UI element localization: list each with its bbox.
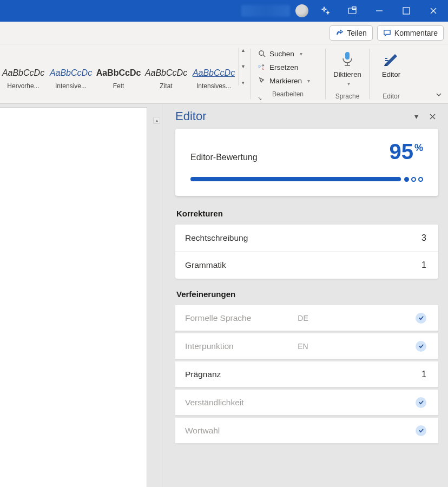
row-label: Grammatik bbox=[185, 260, 421, 270]
tab-strip: Teilen Kommentare bbox=[0, 22, 448, 44]
svg-text:b: b bbox=[259, 64, 261, 68]
edit-group: Suchen ▾ bc Ersetzen Markieren ▾ Bearbei… bbox=[253, 44, 323, 103]
pane-title: Editor bbox=[175, 109, 406, 123]
sparkle-icon[interactable] bbox=[313, 0, 338, 22]
style-item[interactable]: AaBbCcDcZitat bbox=[143, 48, 189, 103]
row-count: 1 bbox=[421, 260, 426, 270]
refinements-list: Formelle SpracheDEInterpunktionENPrägnan… bbox=[175, 305, 438, 444]
svg-rect-3 bbox=[403, 8, 410, 14]
row-label: Wortwahl bbox=[185, 426, 300, 436]
refinement-row[interactable]: Wortwahl bbox=[175, 418, 438, 444]
document-area: ▴ bbox=[0, 104, 162, 487]
pane-menu-icon[interactable]: ▾ bbox=[410, 110, 422, 122]
scroll-up-icon[interactable]: ▴ bbox=[153, 117, 160, 124]
editor-label: Editor bbox=[382, 70, 400, 78]
chevron-down-icon: ▾ bbox=[347, 81, 350, 87]
style-sample: AaBbCcDc bbox=[190, 65, 237, 81]
microphone-icon bbox=[340, 50, 354, 68]
refinement-row[interactable]: Formelle SpracheDE bbox=[175, 305, 438, 331]
check-icon bbox=[416, 425, 426, 436]
style-sample: AaBbCcDc bbox=[94, 65, 143, 81]
check-icon bbox=[416, 397, 426, 408]
svg-line-7 bbox=[263, 55, 265, 57]
share-button[interactable]: Teilen bbox=[330, 25, 373, 41]
style-label: Fett bbox=[113, 82, 124, 90]
row-tag: DE bbox=[298, 314, 308, 323]
dictate-group-label: Sprache bbox=[335, 93, 360, 103]
style-item[interactable]: AaBbCcDcIntensive... bbox=[48, 48, 94, 103]
correction-row[interactable]: Rechtschreibung3 bbox=[175, 225, 438, 252]
score-label: Editor-Bewertung bbox=[190, 153, 389, 162]
styles-launcher-icon[interactable]: ↘ bbox=[258, 95, 262, 101]
share-label: Teilen bbox=[347, 29, 367, 37]
refinements-title: Verfeinerungen bbox=[176, 289, 437, 299]
dictate-button[interactable]: Diktieren ▾ Sprache bbox=[328, 44, 367, 103]
minimize-button[interactable] bbox=[367, 0, 392, 22]
separator bbox=[250, 49, 251, 99]
display-options-icon[interactable] bbox=[340, 0, 365, 22]
score-card: Editor-Bewertung 95 % bbox=[175, 129, 438, 196]
search-label: Suchen bbox=[269, 50, 294, 58]
row-tag: EN bbox=[298, 342, 308, 351]
titlebar bbox=[0, 0, 448, 22]
comments-button[interactable]: Kommentare bbox=[377, 25, 444, 41]
style-label: Hervorhe... bbox=[7, 82, 39, 90]
select-label: Markieren bbox=[269, 77, 302, 85]
separator bbox=[369, 49, 370, 99]
corrections-title: Korrekturen bbox=[176, 209, 437, 218]
check-icon bbox=[416, 341, 426, 352]
separator bbox=[325, 49, 326, 99]
editor-pane: Editor ▾ Editor-Bewertung 95 % Korrektur… bbox=[162, 104, 448, 487]
row-count: 3 bbox=[421, 233, 426, 243]
pane-close-button[interactable] bbox=[426, 110, 438, 122]
correction-row[interactable]: Grammatik1 bbox=[175, 252, 438, 279]
style-label: Intensive... bbox=[55, 82, 87, 90]
style-label: Zitat bbox=[160, 82, 172, 90]
style-item[interactable]: AaBbCcDcIntensives... bbox=[190, 48, 237, 103]
editor-group-label: Editor bbox=[383, 93, 399, 103]
score-value: 95 bbox=[389, 141, 413, 162]
row-label: Verständlichkeit bbox=[185, 398, 300, 407]
comments-label: Kommentare bbox=[394, 29, 438, 37]
style-sample: AaBbCcDc bbox=[48, 65, 94, 81]
score-unit: % bbox=[414, 142, 423, 154]
style-item[interactable]: AaBbCcDcHervorhe... bbox=[0, 48, 47, 103]
doc-title-blurred bbox=[241, 5, 290, 17]
refinement-row[interactable]: Prägnanz1 bbox=[175, 361, 438, 387]
row-count: 1 bbox=[421, 370, 426, 379]
svg-rect-10 bbox=[345, 52, 350, 60]
row-label: Prägnanz bbox=[185, 370, 304, 379]
maximize-button[interactable] bbox=[394, 0, 419, 22]
chevron-down-icon: ▾ bbox=[307, 78, 310, 84]
row-label: Formelle Sprache bbox=[185, 313, 292, 323]
chevron-down-icon: ▾ bbox=[300, 51, 302, 57]
select-item[interactable]: Markieren ▾ bbox=[258, 75, 318, 87]
style-item[interactable]: AaBbCcDcFett bbox=[95, 48, 142, 103]
collapse-ribbon-icon[interactable] bbox=[435, 91, 443, 100]
corrections-list: Rechtschreibung3Grammatik1 bbox=[175, 225, 438, 279]
style-sample: AaBbCcDc bbox=[143, 65, 189, 81]
editor-button[interactable]: Editor Editor bbox=[372, 44, 411, 103]
check-icon bbox=[416, 313, 426, 324]
svg-text:c: c bbox=[262, 67, 265, 70]
close-button[interactable] bbox=[421, 0, 446, 22]
svg-rect-1 bbox=[352, 7, 356, 10]
replace-item[interactable]: bc Ersetzen bbox=[258, 61, 318, 73]
refinement-row[interactable]: Verständlichkeit bbox=[175, 390, 438, 416]
dictate-label: Diktieren bbox=[333, 70, 361, 78]
row-label: Interpunktion bbox=[185, 341, 292, 351]
page[interactable] bbox=[0, 107, 147, 487]
editor-pen-icon bbox=[383, 50, 399, 68]
replace-label: Ersetzen bbox=[269, 63, 298, 71]
avatar[interactable] bbox=[295, 4, 308, 17]
score-progress bbox=[190, 176, 423, 182]
gallery-expand[interactable]: ▲▼▾ bbox=[238, 48, 248, 85]
ribbon: AaBbCcDcHervorhe...AaBbCcDcIntensive...A… bbox=[0, 44, 448, 104]
row-label: Rechtschreibung bbox=[185, 233, 421, 243]
style-label: Intensives... bbox=[196, 82, 231, 90]
search-item[interactable]: Suchen ▾ bbox=[258, 48, 318, 60]
svg-point-6 bbox=[259, 50, 263, 55]
refinement-row[interactable]: InterpunktionEN bbox=[175, 333, 438, 359]
edit-group-label: Bearbeiten bbox=[258, 88, 318, 98]
styles-gallery: AaBbCcDcHervorhe...AaBbCcDcIntensive...A… bbox=[0, 44, 238, 103]
